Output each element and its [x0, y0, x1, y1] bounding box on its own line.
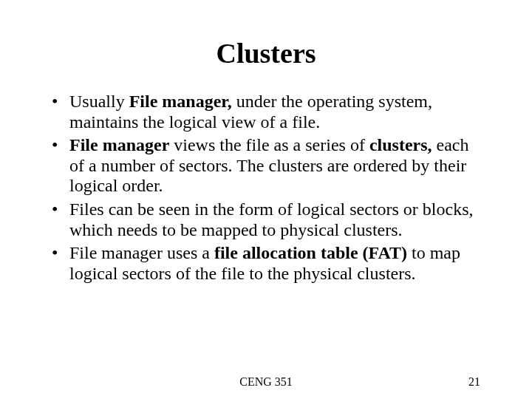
bullet-text: views the file as a series of	[169, 135, 369, 154]
bullet-bold: clusters,	[369, 135, 432, 154]
bullet-bold: File manager	[69, 135, 169, 154]
list-item: Usually File manager, under the operatin…	[52, 92, 480, 132]
slide-title: Clusters	[52, 37, 480, 69]
bullet-text: Files can be seen in the form of logical…	[69, 200, 474, 239]
footer-course: CENG 351	[239, 375, 293, 389]
bullet-list: Usually File manager, under the operatin…	[52, 92, 480, 284]
list-item: File manager views the file as a series …	[52, 135, 480, 197]
list-item: Files can be seen in the form of logical…	[52, 200, 480, 240]
bullet-bold: File manager,	[129, 92, 232, 111]
slide: Clusters Usually File manager, under the…	[0, 0, 532, 399]
bullet-text: File manager uses a	[69, 243, 214, 262]
bullet-bold: file allocation table (FAT)	[214, 243, 407, 262]
list-item: File manager uses a file allocation tabl…	[52, 243, 480, 284]
footer-page-number: 21	[468, 375, 480, 389]
bullet-text: Usually	[69, 92, 129, 111]
